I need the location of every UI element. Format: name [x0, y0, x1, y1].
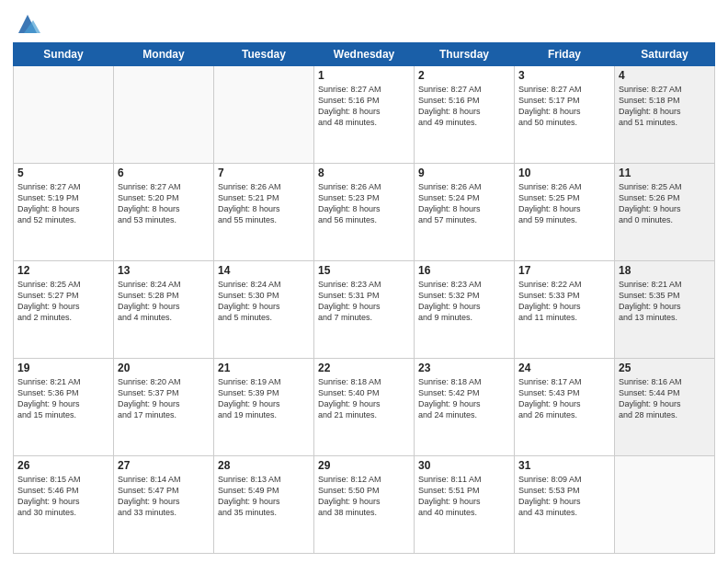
day-number: 12 — [17, 264, 109, 277]
calendar-cell: 5Sunrise: 8:27 AM Sunset: 5:19 PM Daylig… — [14, 164, 114, 261]
day-number: 21 — [218, 362, 310, 374]
calendar-cell: 25Sunrise: 8:16 AM Sunset: 5:44 PM Dayli… — [615, 359, 715, 456]
calendar-cell: 8Sunrise: 8:26 AM Sunset: 5:23 PM Daylig… — [314, 164, 415, 261]
logo — [13, 13, 40, 37]
day-info: Sunrise: 8:22 AM Sunset: 5:33 PM Dayligh… — [518, 279, 610, 324]
day-info: Sunrise: 8:12 AM Sunset: 5:50 PM Dayligh… — [318, 474, 410, 519]
day-info: Sunrise: 8:26 AM Sunset: 5:24 PM Dayligh… — [418, 181, 510, 226]
day-number: 30 — [418, 459, 510, 472]
day-info: Sunrise: 8:26 AM Sunset: 5:23 PM Dayligh… — [318, 181, 410, 226]
calendar-week-row: 1Sunrise: 8:27 AM Sunset: 5:16 PM Daylig… — [14, 66, 715, 164]
weekday-header-row: SundayMondayTuesdayWednesdayThursdayFrid… — [14, 43, 715, 66]
calendar-cell: 21Sunrise: 8:19 AM Sunset: 5:39 PM Dayli… — [214, 359, 314, 456]
day-info: Sunrise: 8:15 AM Sunset: 5:46 PM Dayligh… — [17, 474, 109, 519]
day-number: 17 — [518, 264, 610, 277]
page-header — [13, 9, 715, 37]
calendar-week-row: 19Sunrise: 8:21 AM Sunset: 5:36 PM Dayli… — [14, 359, 715, 456]
day-info: Sunrise: 8:27 AM Sunset: 5:20 PM Dayligh… — [118, 181, 210, 226]
calendar-cell: 3Sunrise: 8:27 AM Sunset: 5:17 PM Daylig… — [515, 66, 615, 164]
calendar-week-row: 26Sunrise: 8:15 AM Sunset: 5:46 PM Dayli… — [14, 456, 715, 554]
day-info: Sunrise: 8:13 AM Sunset: 5:49 PM Dayligh… — [218, 474, 310, 519]
day-number: 24 — [518, 362, 610, 374]
calendar-cell: 2Sunrise: 8:27 AM Sunset: 5:16 PM Daylig… — [415, 66, 515, 164]
calendar-cell — [214, 66, 314, 164]
weekday-header-sunday: Sunday — [14, 43, 114, 66]
day-number: 9 — [418, 167, 510, 179]
day-number: 14 — [218, 264, 310, 277]
calendar-cell — [14, 66, 114, 164]
day-info: Sunrise: 8:25 AM Sunset: 5:26 PM Dayligh… — [619, 181, 711, 226]
calendar-cell: 22Sunrise: 8:18 AM Sunset: 5:40 PM Dayli… — [314, 359, 415, 456]
calendar-cell: 19Sunrise: 8:21 AM Sunset: 5:36 PM Dayli… — [14, 359, 114, 456]
day-number: 7 — [218, 167, 310, 179]
weekday-header-friday: Friday — [515, 43, 615, 66]
calendar-cell: 20Sunrise: 8:20 AM Sunset: 5:37 PM Dayli… — [114, 359, 214, 456]
day-info: Sunrise: 8:17 AM Sunset: 5:43 PM Dayligh… — [518, 376, 610, 421]
calendar-cell: 28Sunrise: 8:13 AM Sunset: 5:49 PM Dayli… — [214, 456, 314, 554]
day-number: 31 — [518, 459, 610, 472]
weekday-header-monday: Monday — [114, 43, 214, 66]
day-info: Sunrise: 8:25 AM Sunset: 5:27 PM Dayligh… — [17, 279, 109, 324]
day-info: Sunrise: 8:23 AM Sunset: 5:31 PM Dayligh… — [318, 279, 410, 324]
calendar-cell: 14Sunrise: 8:24 AM Sunset: 5:30 PM Dayli… — [214, 261, 314, 359]
day-info: Sunrise: 8:21 AM Sunset: 5:35 PM Dayligh… — [619, 279, 711, 324]
day-number: 15 — [318, 264, 410, 277]
calendar-table: SundayMondayTuesdayWednesdayThursdayFrid… — [13, 42, 715, 554]
calendar-cell: 11Sunrise: 8:25 AM Sunset: 5:26 PM Dayli… — [615, 164, 715, 261]
day-info: Sunrise: 8:27 AM Sunset: 5:17 PM Dayligh… — [518, 84, 610, 129]
day-info: Sunrise: 8:24 AM Sunset: 5:28 PM Dayligh… — [118, 279, 210, 324]
day-info: Sunrise: 8:18 AM Sunset: 5:42 PM Dayligh… — [418, 376, 510, 421]
weekday-header-saturday: Saturday — [615, 43, 715, 66]
day-number: 28 — [218, 459, 310, 472]
calendar-cell: 4Sunrise: 8:27 AM Sunset: 5:18 PM Daylig… — [615, 66, 715, 164]
calendar-cell: 7Sunrise: 8:26 AM Sunset: 5:21 PM Daylig… — [214, 164, 314, 261]
calendar-cell: 30Sunrise: 8:11 AM Sunset: 5:51 PM Dayli… — [415, 456, 515, 554]
calendar-cell: 29Sunrise: 8:12 AM Sunset: 5:50 PM Dayli… — [314, 456, 415, 554]
calendar-cell — [615, 456, 715, 554]
day-number: 29 — [318, 459, 410, 472]
day-number: 26 — [17, 459, 109, 472]
day-number: 23 — [418, 362, 510, 374]
day-number: 19 — [17, 362, 109, 374]
day-number: 18 — [619, 264, 711, 277]
calendar-cell: 13Sunrise: 8:24 AM Sunset: 5:28 PM Dayli… — [114, 261, 214, 359]
day-info: Sunrise: 8:23 AM Sunset: 5:32 PM Dayligh… — [418, 279, 510, 324]
day-info: Sunrise: 8:27 AM Sunset: 5:16 PM Dayligh… — [318, 84, 410, 129]
weekday-header-thursday: Thursday — [415, 43, 515, 66]
calendar-cell: 6Sunrise: 8:27 AM Sunset: 5:20 PM Daylig… — [114, 164, 214, 261]
day-number: 16 — [418, 264, 510, 277]
weekday-header-wednesday: Wednesday — [314, 43, 415, 66]
day-number: 20 — [118, 362, 210, 374]
day-number: 4 — [619, 69, 711, 82]
page-container: SundayMondayTuesdayWednesdayThursdayFrid… — [0, 0, 728, 563]
day-number: 22 — [318, 362, 410, 374]
calendar-cell: 24Sunrise: 8:17 AM Sunset: 5:43 PM Dayli… — [515, 359, 615, 456]
calendar-cell: 9Sunrise: 8:26 AM Sunset: 5:24 PM Daylig… — [415, 164, 515, 261]
day-info: Sunrise: 8:27 AM Sunset: 5:19 PM Dayligh… — [17, 181, 109, 226]
day-info: Sunrise: 8:26 AM Sunset: 5:21 PM Dayligh… — [218, 181, 310, 226]
calendar-cell: 23Sunrise: 8:18 AM Sunset: 5:42 PM Dayli… — [415, 359, 515, 456]
calendar-week-row: 12Sunrise: 8:25 AM Sunset: 5:27 PM Dayli… — [14, 261, 715, 359]
calendar-cell: 16Sunrise: 8:23 AM Sunset: 5:32 PM Dayli… — [415, 261, 515, 359]
day-info: Sunrise: 8:19 AM Sunset: 5:39 PM Dayligh… — [218, 376, 310, 421]
day-number: 5 — [17, 167, 109, 179]
day-info: Sunrise: 8:27 AM Sunset: 5:16 PM Dayligh… — [418, 84, 510, 129]
day-info: Sunrise: 8:24 AM Sunset: 5:30 PM Dayligh… — [218, 279, 310, 324]
day-number: 27 — [118, 459, 210, 472]
calendar-cell: 26Sunrise: 8:15 AM Sunset: 5:46 PM Dayli… — [14, 456, 114, 554]
day-info: Sunrise: 8:21 AM Sunset: 5:36 PM Dayligh… — [17, 376, 109, 421]
day-number: 1 — [318, 69, 410, 82]
day-info: Sunrise: 8:27 AM Sunset: 5:18 PM Dayligh… — [619, 84, 711, 129]
day-info: Sunrise: 8:14 AM Sunset: 5:47 PM Dayligh… — [118, 474, 210, 519]
day-info: Sunrise: 8:18 AM Sunset: 5:40 PM Dayligh… — [318, 376, 410, 421]
calendar-cell — [114, 66, 214, 164]
weekday-header-tuesday: Tuesday — [214, 43, 314, 66]
calendar-week-row: 5Sunrise: 8:27 AM Sunset: 5:19 PM Daylig… — [14, 164, 715, 261]
day-number: 2 — [418, 69, 510, 82]
calendar-cell: 10Sunrise: 8:26 AM Sunset: 5:25 PM Dayli… — [515, 164, 615, 261]
calendar-cell: 17Sunrise: 8:22 AM Sunset: 5:33 PM Dayli… — [515, 261, 615, 359]
calendar-cell: 12Sunrise: 8:25 AM Sunset: 5:27 PM Dayli… — [14, 261, 114, 359]
day-number: 25 — [619, 362, 711, 374]
day-number: 13 — [118, 264, 210, 277]
calendar-cell: 31Sunrise: 8:09 AM Sunset: 5:53 PM Dayli… — [515, 456, 615, 554]
